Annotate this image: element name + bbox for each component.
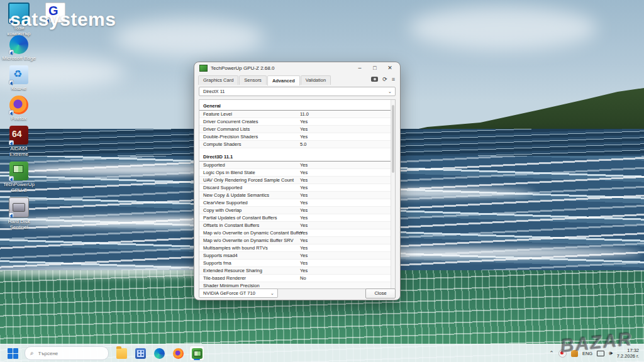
section-body: SupportedYesLogic Ops in Blend StateYesU… <box>199 162 391 289</box>
taskbar-search[interactable]: ⌕ <box>25 346 109 360</box>
device-select-value: NVIDIA GeForce GT 710 <box>203 290 255 296</box>
spec-row: Driver Command ListsYes <box>199 126 391 133</box>
tray-chevron-icon[interactable]: ⌃ <box>549 350 554 356</box>
spec-row: Driver Concurrent CreatesYes <box>199 118 391 126</box>
spec-label: UAV Only Rendering Forced Sample Count <box>203 177 294 184</box>
desktop-icon-aida64[interactable]: AIDA64 Extreme <box>1 126 36 157</box>
desktop-icon-label: Firefox <box>11 116 26 121</box>
close-window-button[interactable]: ✕ <box>382 63 397 74</box>
camera-icon[interactable] <box>371 77 378 82</box>
spec-row: Tile-based RendererNo <box>199 275 391 282</box>
spec-value: Yes <box>300 177 308 184</box>
shortcut-arrow-icon <box>9 176 14 181</box>
spec-label: Multisamples with bound RTVs <box>203 244 268 251</box>
taskbar-app-firefox[interactable] <box>170 346 186 361</box>
spec-value: Yes <box>300 199 308 206</box>
shortcut-arrow-icon <box>9 110 14 115</box>
taskbar-app-edge[interactable] <box>152 346 167 361</box>
clock-date: 7.2.2026 г. <box>617 353 639 359</box>
spec-value: 5.0 <box>300 141 306 148</box>
spec-label: Feature Level <box>203 111 232 118</box>
shortcut-arrow-icon <box>9 50 14 55</box>
spec-value: No <box>300 275 306 282</box>
calculator-icon <box>135 348 146 359</box>
spec-value: Yes <box>300 260 308 266</box>
refresh-icon[interactable]: ⟳ <box>382 76 387 82</box>
spec-row: Logic Ops in Blend StateYes <box>199 169 391 177</box>
edge-icon <box>154 348 165 359</box>
desktop-icon-hdsentinel[interactable]: Hard Disk Sentinel <box>1 197 36 230</box>
title-bar[interactable]: TechPowerUp GPU-Z 2.68.0 – □ ✕ <box>194 62 400 74</box>
spec-row: SupportedYes <box>199 162 391 169</box>
tab-advanced[interactable]: Advanced <box>267 75 300 85</box>
desktop-icon-gpuz-app[interactable]: TechPowerUp GPU-Z <box>1 162 36 193</box>
desktop-icon-label: Кошче <box>11 85 26 91</box>
spec-label: Driver Concurrent Creates <box>203 118 258 125</box>
spec-label: Double-Precision Shaders <box>203 133 258 140</box>
section-header: General <box>199 101 391 111</box>
scrollbar-thumb[interactable] <box>392 105 394 173</box>
spec-row: Compute Shaders5.0 <box>199 141 391 148</box>
section-header: Direct3D 11.1 <box>199 152 391 162</box>
spec-value: Yes <box>300 192 308 199</box>
spec-value: Yes <box>300 118 308 125</box>
tab-sensors[interactable]: Sensors <box>239 75 267 85</box>
shortcut-arrow-icon <box>9 80 14 85</box>
close-button[interactable]: Close <box>365 288 396 299</box>
spec-label: Compute Shaders <box>203 141 241 148</box>
edge-icon <box>9 35 28 54</box>
spec-value: Yes <box>300 237 308 244</box>
spec-label: Copy with Overlap <box>203 207 242 214</box>
spec-row: Multisamples with bound RTVsYes <box>199 244 391 252</box>
spec-value: Yes <box>300 207 308 214</box>
spec-value: Yes <box>300 169 308 176</box>
spec-value: Yes <box>300 252 308 259</box>
spec-row: Supports msad4Yes <box>199 252 391 260</box>
start-button[interactable] <box>8 348 18 359</box>
spec-row: Offsets in Constant BuffersYes <box>199 222 391 229</box>
desktop-icon-label: Hard Disk Sentinel <box>2 219 36 230</box>
spec-value: Yes <box>300 126 308 133</box>
taskbar-app-file-explorer[interactable] <box>114 346 129 361</box>
taskbar-app-gpuz[interactable] <box>189 346 204 361</box>
section-body: Feature Level11.0Driver Concurrent Creat… <box>199 111 391 148</box>
tab-validation[interactable]: Validation <box>301 75 331 85</box>
maximize-button[interactable]: □ <box>367 63 382 74</box>
desktop-icon-edge[interactable]: Microsoft Edge <box>1 35 36 61</box>
recycle-bin-icon <box>9 65 28 84</box>
device-select[interactable]: NVIDIA GeForce GT 710 ⌄ <box>199 288 278 298</box>
spec-label: Map w/o Overwrite on Dynamic Constant Bu… <box>203 229 303 236</box>
spec-label: Supported <box>203 162 225 168</box>
shortcut-arrow-icon <box>9 212 14 217</box>
taskbar: ⌕ ⌃ ENG 🕪 17:32 7.2.2026 г. <box>0 344 644 362</box>
spec-label: Extended Resource Sharing <box>203 267 262 274</box>
spec-row: Feature Level11.0 <box>199 111 391 118</box>
spec-label: Offsets in Constant Buffers <box>203 222 259 229</box>
cloud <box>409 6 597 50</box>
spec-value: Yes <box>300 133 308 140</box>
desktop-icon-firefox[interactable]: Firefox <box>1 96 36 121</box>
api-select[interactable]: DirectX 11 ⌄ <box>199 87 396 96</box>
spec-row: Copy with OverlapYes <box>199 207 391 214</box>
gpuz-app-icon <box>9 162 28 180</box>
desktop-icon-label: TechPowerUp GPU-Z <box>2 182 36 193</box>
minimize-button[interactable]: – <box>352 63 367 74</box>
scrollbar-track[interactable] <box>391 100 395 288</box>
taskbar-app-calculator[interactable] <box>133 346 148 361</box>
window-title: TechPowerUp GPU-Z 2.68.0 <box>211 65 352 71</box>
gpuz-app-icon <box>199 65 208 72</box>
spec-value: Yes <box>300 222 308 229</box>
desktop-icon-label: Microsoft Edge <box>2 55 35 61</box>
desktop-icon-recycle-bin[interactable]: Кошче <box>1 65 36 91</box>
menu-icon[interactable]: ≡ <box>392 76 395 82</box>
tab-graphics-card[interactable]: Graphics Card <box>198 75 238 85</box>
spec-label: New Copy & Update Semantics <box>203 192 269 199</box>
spec-row: Discard SupportedYes <box>199 184 391 192</box>
cloud <box>113 19 264 57</box>
spec-row: Extended Resource SharingYes <box>199 267 391 275</box>
search-input[interactable] <box>37 350 90 357</box>
spec-row: UAV Only Rendering Forced Sample CountYe… <box>199 177 391 184</box>
shortcut-arrow-icon <box>9 140 14 145</box>
spec-row: Supports fmaYes <box>199 260 391 267</box>
gpuz-window: TechPowerUp GPU-Z 2.68.0 – □ ✕ Graphics … <box>194 62 401 300</box>
